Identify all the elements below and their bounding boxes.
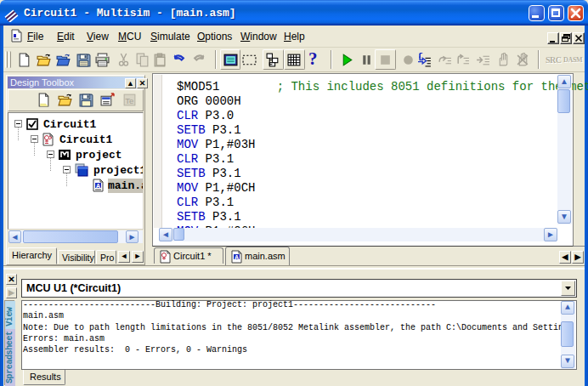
svg-text:A: A xyxy=(96,183,100,189)
svg-text:A: A xyxy=(235,254,239,260)
svg-text:Te: Te xyxy=(125,96,133,105)
